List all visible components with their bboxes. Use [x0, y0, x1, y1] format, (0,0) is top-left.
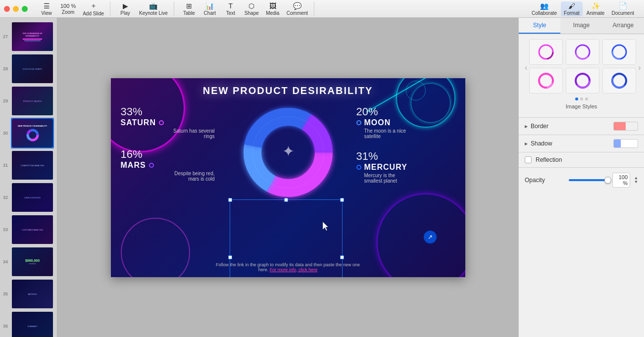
slide-num-27: 27 — [3, 34, 8, 39]
media-icon: 🖼 — [269, 2, 276, 10]
slide-thumb-27[interactable]: 27 TOP 10 INVASION OF DESIRABILITY — [11, 21, 54, 52]
style-preview-3[interactable] — [602, 39, 636, 65]
slide-thumb-36[interactable]: 36 SUMMARY — [11, 311, 54, 337]
stat-moon: 20% MOON The moon is a nicesatellite — [356, 105, 450, 139]
slide-img-34: $960,000 revenue — [12, 247, 53, 276]
shadow-row[interactable]: ▶ Shadow — [519, 135, 644, 152]
donut-chart[interactable]: ✦ — [239, 103, 338, 202]
style-preview-2[interactable] — [566, 39, 599, 65]
style-dot-2 — [580, 97, 583, 100]
reflection-checkbox[interactable] — [525, 156, 532, 163]
styles-next-button[interactable]: › — [638, 63, 641, 72]
right-stats: 20% MOON The moon is a nicesatellite 31%… — [356, 105, 450, 193]
shape-icon: ⬡ — [248, 2, 254, 10]
comment-label: Comment — [287, 10, 308, 16]
document-icon: 📄 — [619, 2, 627, 10]
slide-thumb-31[interactable]: 31 COMPETITIVE ANALYSIS — [11, 150, 54, 181]
slide-img-33: CUSTOMER ANALYSIS — [12, 215, 53, 244]
handle-ml[interactable] — [228, 255, 232, 259]
opacity-row: Opacity 100 % ▲ ▼ — [519, 168, 644, 193]
maximize-button[interactable] — [22, 6, 28, 12]
saturn-percent: 33% — [121, 105, 220, 118]
collaborate-button[interactable]: 👥 Collaborate — [529, 1, 560, 16]
shadow-label: Shadow — [531, 140, 613, 147]
zoom-value: 100 % — [60, 3, 76, 9]
bottom-link[interactable]: For more info, click here — [270, 267, 318, 272]
slide-thumb-34[interactable]: 34 $960,000 revenue — [11, 246, 54, 277]
handle-tl[interactable] — [228, 198, 232, 202]
moon-percent: 20% — [356, 105, 450, 118]
opacity-track — [569, 179, 609, 181]
style-preview-5[interactable] — [566, 68, 599, 94]
zoom-button[interactable]: 100 % Zoom — [57, 1, 79, 16]
opacity-slider[interactable] — [569, 177, 609, 184]
keynote-live-icon: 📺 — [149, 2, 157, 10]
opacity-thumb[interactable] — [604, 177, 611, 184]
slide-num-29: 29 — [3, 98, 8, 103]
slide-num-34: 34 — [3, 259, 8, 264]
table-button[interactable]: ⊞ Table — [179, 1, 199, 16]
canvas-area[interactable]: NEW PRODUCT DESIRABILITY 33% SATURN Satu… — [57, 18, 518, 337]
chart-link-icon[interactable]: ↗ — [424, 231, 437, 243]
opacity-label: Opacity — [525, 177, 565, 184]
table-icon: ⊞ — [186, 2, 192, 10]
format-icon: 🖌 — [568, 2, 575, 10]
slide-panel: 27 TOP 10 INVASION OF DESIRABILITY 28 EV… — [0, 18, 57, 337]
main-area: 27 TOP 10 INVASION OF DESIRABILITY 28 EV… — [0, 18, 644, 337]
tab-arrange[interactable]: Arrange — [602, 18, 644, 34]
style-preview-4[interactable] — [529, 68, 563, 94]
add-slide-label: Add Slide — [83, 11, 104, 16]
tab-style[interactable]: Style — [519, 18, 560, 34]
style-dots — [525, 97, 638, 100]
style-preview-6[interactable] — [602, 68, 636, 94]
format-button[interactable]: 🖌 Format — [561, 1, 583, 16]
slide-thumb-30[interactable]: 30 NEW PRODUCT DESIRABILITY — [11, 118, 54, 148]
document-button[interactable]: 📄 Document — [608, 1, 637, 16]
keynote-live-button[interactable]: 📺 Keynote Live — [136, 1, 171, 16]
slide-num-35: 35 — [3, 291, 8, 296]
slide-thumb-28[interactable]: 28 EVOLUTION GRAPH — [11, 53, 54, 84]
bottom-note: Follow the link in the graph to modify i… — [214, 262, 362, 272]
comment-button[interactable]: 💬 Comment — [284, 1, 311, 16]
handle-mr[interactable] — [340, 255, 344, 259]
media-label: Media — [266, 10, 279, 16]
zoom-label: Zoom — [62, 9, 75, 15]
animate-icon: ✨ — [592, 2, 600, 10]
slide-thumb-32[interactable]: 32 DATA OVERVIEW — [11, 182, 54, 213]
border-row[interactable]: ▶ Border — [519, 118, 644, 135]
slide-thumb-29[interactable]: 29 PRODUCT LAUNCH — [11, 86, 54, 116]
style-preview-1[interactable] — [529, 39, 563, 65]
text-button[interactable]: T Text — [221, 1, 241, 16]
shape-button[interactable]: ⬡ Shape — [242, 1, 262, 16]
stat-saturn: 33% SATURN Saturn has severalrings — [121, 105, 220, 139]
close-button[interactable] — [4, 6, 10, 12]
moon-desc: The moon is a nicesatellite — [356, 128, 450, 139]
insert-group: ⊞ Table 📊 Chart T Text ⬡ Shape 🖼 Media 💬… — [176, 1, 314, 16]
minimize-button[interactable] — [13, 6, 19, 12]
styles-nav: ‹ — [525, 39, 638, 96]
tab-image[interactable]: Image — [560, 18, 602, 34]
saturn-desc: Saturn has severalrings — [121, 128, 220, 139]
slide-thumb-33[interactable]: 33 CUSTOMER ANALYSIS — [11, 214, 54, 245]
donut-svg: ✦ — [239, 103, 338, 202]
chart-label: Chart — [204, 10, 216, 16]
add-slide-button[interactable]: ＋ Add Slide — [80, 1, 107, 16]
media-button[interactable]: 🖼 Media — [263, 1, 283, 16]
slide-num-33: 33 — [3, 227, 8, 232]
view-button[interactable]: ☰ View — [37, 1, 56, 16]
slide-img-35: METRICS — [12, 280, 53, 308]
animate-button[interactable]: ✨ Animate — [584, 1, 608, 16]
chart-icon: 📊 — [205, 2, 214, 10]
slide-img-32: DATA OVERVIEW — [12, 183, 53, 212]
handle-tr[interactable] — [340, 198, 344, 202]
opacity-down-button[interactable]: ▼ — [634, 180, 638, 184]
play-button[interactable]: ▶ Play — [115, 1, 135, 16]
slide-thumb-35[interactable]: 35 METRICS — [11, 279, 54, 309]
shadow-color-preview[interactable] — [613, 139, 638, 148]
border-color-preview[interactable] — [613, 122, 638, 131]
right-panel: Style Image Arrange ‹ — [518, 18, 644, 337]
chart-button[interactable]: 📊 Chart — [200, 1, 220, 16]
styles-prev-button[interactable]: ‹ — [525, 63, 527, 72]
opacity-value[interactable]: 100 % — [612, 173, 630, 188]
view-label: View — [41, 10, 52, 16]
